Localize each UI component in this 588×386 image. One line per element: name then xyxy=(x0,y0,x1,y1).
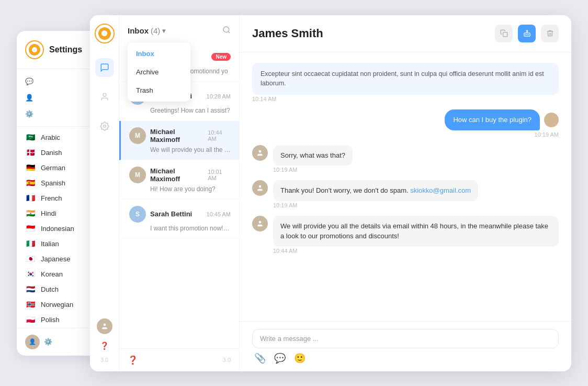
conv-time: 10:44 AM xyxy=(208,129,231,142)
lang-name: French xyxy=(41,194,62,202)
agent-message: Thank you! Don't worry, we don't do spam… xyxy=(252,180,559,208)
dropdown-item-trash[interactable]: Trash xyxy=(128,81,190,100)
flag-icon: 🇮🇳 xyxy=(25,209,36,217)
settings-logo xyxy=(25,40,44,59)
lang-name: Korean xyxy=(41,270,63,278)
msg-timestamp: 10:19 AM xyxy=(252,167,559,173)
help-circle-icon: ❓ xyxy=(128,355,138,365)
sidebar-item-chat[interactable] xyxy=(95,58,114,77)
sidebar: ❓ 3.0 xyxy=(90,15,119,371)
lang-name: Spanish xyxy=(41,179,65,187)
conv-item-header: S Sarah Bettini 10:45 AM xyxy=(129,206,231,223)
sidebar-item-users[interactable] xyxy=(95,87,114,106)
user-bubble-wrapper: How can I buy the plugin? xyxy=(445,109,559,130)
lang-name: Indonesian xyxy=(41,225,74,233)
flag-icon: 🇳🇱 xyxy=(25,285,36,293)
flag-icon: 🇩🇪 xyxy=(25,164,36,171)
flag-icon: 🇳🇴 xyxy=(25,301,36,308)
emoji-icon[interactable]: 🙂 xyxy=(294,352,306,364)
conversation-item[interactable]: S Sarah Bettini 10:45 AM I want this pro… xyxy=(119,200,239,239)
svg-point-2 xyxy=(103,323,106,326)
flag-icon: 🇰🇷 xyxy=(25,270,36,278)
conv-item-header: M Michael Maximoff 10:44 AM xyxy=(129,127,231,144)
attachment-icon[interactable]: 📎 xyxy=(254,352,266,364)
lang-name: Danish xyxy=(41,149,62,157)
lang-name: Dutch xyxy=(41,285,59,293)
conv-name: Sarah Bettini xyxy=(150,210,192,218)
system-message: Excepteur sint occaecat cupidatat non pr… xyxy=(252,63,559,103)
chat-area: James Smith Excepteur sint occaecat cupi… xyxy=(240,15,571,371)
conv-name: Michael Maximoff xyxy=(150,128,203,144)
conversation-item[interactable]: M Michael Maximoff 10:44 AM We will prov… xyxy=(119,121,239,160)
delete-button[interactable] xyxy=(541,25,559,42)
conv-avatar: M xyxy=(129,127,146,144)
flag-icon: 🇯🇵 xyxy=(25,255,36,262)
msg-timestamp: 10:19 AM xyxy=(252,202,559,208)
flag-icon: 🇮🇩 xyxy=(25,225,36,232)
inbox-chevron-icon: ▾ xyxy=(162,27,165,35)
user-message: How can I buy the plugin? 10:19 AM xyxy=(252,109,559,138)
user-avatar xyxy=(544,113,559,127)
lang-name: Japanese xyxy=(41,255,70,263)
agent-message: We will provide you all the details via … xyxy=(252,216,559,254)
msg-timestamp: 10:19 AM xyxy=(535,131,559,138)
main-window: ❓ 3.0 Inbox (4) ▾ Inbox Archive Trash xyxy=(90,15,571,371)
lang-name: Hindi xyxy=(41,209,56,217)
user-bubble: How can I buy the plugin? xyxy=(445,109,540,130)
conv-preview: Hi! How are you doing? xyxy=(129,185,231,193)
flag-icon: 🇮🇹 xyxy=(25,240,36,247)
agent-bubble-wrapper: We will provide you all the details via … xyxy=(252,216,559,247)
dropdown-item-archive[interactable]: Archive xyxy=(128,63,190,81)
conv-item-header: M Michael Maximoff 10:01 AM xyxy=(129,167,231,183)
chat-header: James Smith xyxy=(240,15,571,52)
new-badge: New xyxy=(211,53,231,61)
chat-actions xyxy=(495,25,559,42)
search-icon[interactable] xyxy=(222,26,231,36)
agent-bubble-wrapper: Sorry, what was that? xyxy=(252,145,559,166)
message-input-placeholder[interactable]: Write a message ... xyxy=(252,329,559,348)
sidebar-avatar xyxy=(97,318,112,334)
conv-name: Michael Maximoff xyxy=(150,167,203,183)
chat-contact-name: James Smith xyxy=(252,27,323,40)
dropdown-item-inbox[interactable]: Inbox xyxy=(128,45,190,63)
flag-icon: 🇵🇱 xyxy=(25,316,36,323)
svg-point-13 xyxy=(259,185,262,188)
conv-avatar: M xyxy=(129,167,146,183)
bot-button[interactable] xyxy=(518,25,536,42)
inbox-label[interactable]: Inbox (4) ▾ xyxy=(128,26,165,35)
conversation-list-header: Inbox (4) ▾ xyxy=(119,15,239,42)
conversation-list: Inbox (4) ▾ Inbox Archive Trash L Luis xyxy=(119,15,240,371)
msg-timestamp: 10:14 AM xyxy=(252,96,559,102)
agent-avatar xyxy=(252,145,268,161)
flag-icon: 🇫🇷 xyxy=(25,194,36,202)
conv-time: 10:45 AM xyxy=(207,211,231,217)
conv-time: 10:01 AM xyxy=(208,169,231,181)
conv-preview: We will provide you all the email within… xyxy=(129,146,231,153)
settings-title: Settings xyxy=(49,45,82,54)
settings-footer-icon: ⚙️ xyxy=(44,338,52,346)
gear-nav-icon: ⚙️ xyxy=(25,110,33,118)
sidebar-item-settings[interactable] xyxy=(95,117,114,136)
agent-bubble: Sorry, what was that? xyxy=(273,145,353,166)
agent-bubble-wrapper: Thank you! Don't worry, we don't do spam… xyxy=(252,180,559,201)
copy-button[interactable] xyxy=(495,25,513,42)
lang-name: Norwegian xyxy=(41,301,73,308)
svg-point-0 xyxy=(103,93,106,96)
flag-icon: 🇸🇦 xyxy=(25,134,36,141)
sidebar-version: 3.0 xyxy=(101,357,108,363)
messages-area: Excepteur sint occaecat cupidatat non pr… xyxy=(240,52,571,321)
conversation-item[interactable]: M Michael Maximoff 10:01 AM Hi! How are … xyxy=(119,160,239,200)
svg-point-3 xyxy=(223,27,229,32)
chat-nav-icon: 💬 xyxy=(25,78,33,85)
flag-icon: 🇩🇰 xyxy=(25,149,36,156)
system-bubble: Excepteur sint occaecat cupidatat non pr… xyxy=(252,63,559,95)
sidebar-footer: ❓ 3.0 xyxy=(97,318,112,363)
sidebar-help-icon: ❓ xyxy=(100,341,109,350)
quick-reply-icon[interactable]: 💬 xyxy=(274,352,286,364)
svg-point-14 xyxy=(259,220,262,223)
conv-preview: I want this promotion now! for this secr… xyxy=(129,225,231,232)
inbox-text: Inbox xyxy=(128,26,149,35)
svg-rect-5 xyxy=(503,32,507,37)
conv-preview: Greetings! How can I assist? xyxy=(129,107,231,114)
flag-icon: 🇪🇸 xyxy=(25,179,36,186)
